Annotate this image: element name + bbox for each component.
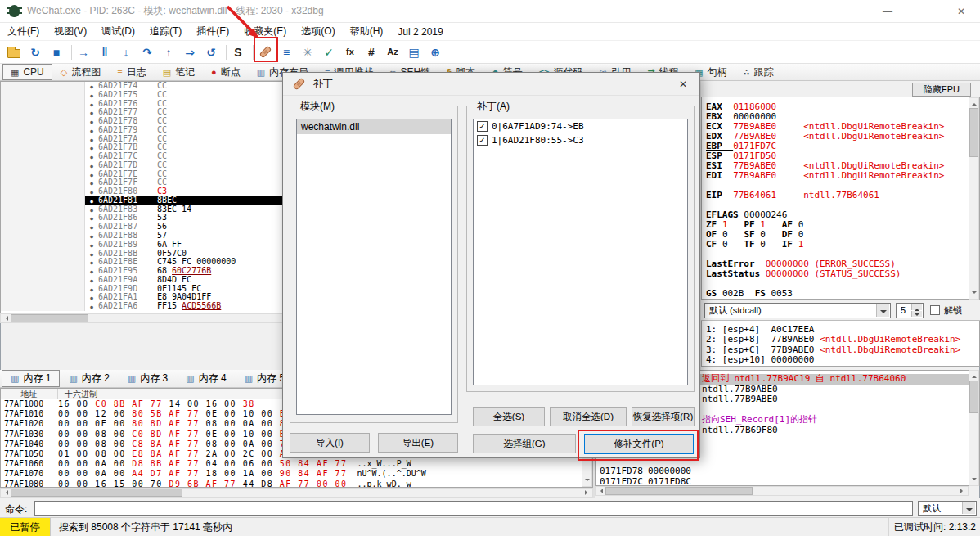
scroll-left-icon[interactable] bbox=[1, 314, 11, 322]
spin-down-icon[interactable] bbox=[911, 311, 922, 317]
scroll-left-icon[interactable] bbox=[1, 489, 11, 497]
pick-groups-button[interactable]: 选择组(G) bbox=[473, 434, 576, 453]
patch-item[interactable]: ✓1|6AD21F80:55->C3 bbox=[474, 133, 687, 147]
scroll-right-icon[interactable] bbox=[958, 487, 968, 495]
unlock-label: 解锁 bbox=[944, 304, 962, 317]
restart-icon[interactable]: ↻ bbox=[26, 43, 44, 61]
menu-item-1[interactable]: 视图(V) bbox=[47, 22, 94, 41]
run-to-user-code-icon[interactable]: ⇒ bbox=[181, 43, 199, 61]
dump-hscrollbar[interactable] bbox=[0, 488, 593, 498]
argument-count-stepper[interactable]: 5 bbox=[896, 303, 924, 318]
globe-icon[interactable]: ⊕ bbox=[426, 43, 444, 61]
menu-item-0[interactable]: 文件(F) bbox=[0, 22, 47, 41]
command-input[interactable] bbox=[34, 501, 913, 516]
pause-icon[interactable]: ‖ bbox=[96, 43, 114, 61]
back-icon[interactable]: ↺ bbox=[202, 43, 220, 61]
scrollbar-thumb[interactable] bbox=[969, 108, 978, 157]
restore-selected-button[interactable]: 恢复选择项(R) bbox=[632, 407, 695, 426]
hash-icon[interactable]: # bbox=[362, 43, 380, 61]
scroll-down-icon[interactable] bbox=[582, 476, 591, 486]
scrollbar-track[interactable] bbox=[969, 381, 978, 475]
fx-icon[interactable]: fx bbox=[341, 43, 359, 61]
step-into-icon[interactable]: ↓ bbox=[117, 43, 135, 61]
scroll-down-icon[interactable] bbox=[969, 289, 978, 299]
gear-icon[interactable]: ✳ bbox=[299, 43, 317, 61]
register-line[interactable]: EDI 77B9ABE0 <ntdll.DbgUiRemoteBreakin> bbox=[706, 171, 979, 181]
scrollbar-track[interactable] bbox=[969, 108, 978, 289]
menu-item-3[interactable]: 追踪(T) bbox=[142, 22, 189, 41]
memtab-3[interactable]: ▥内存 3 bbox=[119, 370, 177, 387]
tab-graph[interactable]: ◇流程图 bbox=[52, 64, 109, 80]
unlock-checkbox[interactable] bbox=[930, 305, 940, 315]
patch-dialog-titlebar[interactable]: 补丁 ✕ bbox=[283, 73, 699, 96]
dump-row[interactable]: 77AF108000 00 16 15 00 70 D9 6B AF 77 44… bbox=[1, 480, 592, 489]
patch-list[interactable]: ✓0|6A7F1AD9:74->EB✓1|6AD21F80:55->C3 bbox=[473, 119, 688, 385]
close-button[interactable]: ✕ bbox=[942, 0, 980, 23]
dialog-close-button[interactable]: ✕ bbox=[667, 73, 699, 96]
tab-breakpoints[interactable]: ●断点 bbox=[203, 64, 249, 80]
stack-row[interactable]: 0171FD7C0171FD8C bbox=[596, 477, 979, 486]
module-list-item[interactable]: wechatwin.dll bbox=[297, 119, 451, 134]
registers-vscrollbar[interactable] bbox=[969, 97, 979, 300]
stack-vscrollbar[interactable] bbox=[969, 370, 979, 486]
strings-icon[interactable]: Az bbox=[384, 43, 402, 61]
dump-row[interactable]: 77AF107000 00 0A 00 A4 D7 AF 77 18 00 1A… bbox=[1, 469, 592, 479]
scrollbar-track[interactable] bbox=[11, 489, 582, 497]
module-list[interactable]: wechatwin.dll bbox=[296, 119, 452, 415]
select-all-button[interactable]: 全选(S) bbox=[473, 407, 545, 426]
disasm-gutter bbox=[1, 302, 85, 311]
patch-file-button[interactable]: 修补文件(P) bbox=[584, 434, 694, 454]
scroll-up-icon[interactable] bbox=[969, 371, 978, 381]
menu-item-2[interactable]: 调试(D) bbox=[94, 22, 142, 41]
graph-icon[interactable]: ▤ bbox=[405, 43, 423, 61]
scroll-right-icon[interactable] bbox=[582, 489, 592, 497]
register-line[interactable]: GS 002B FS 0053 bbox=[706, 289, 979, 299]
patch-checkbox[interactable]: ✓ bbox=[477, 121, 488, 132]
scrollbar-thumb[interactable] bbox=[969, 381, 978, 413]
argument-line[interactable]: 4: [esp+10] 00000000 bbox=[706, 355, 979, 365]
deselect-all-button[interactable]: 取消全选(D) bbox=[550, 407, 627, 426]
scrollbar-thumb[interactable] bbox=[11, 489, 182, 497]
scroll-left-icon[interactable] bbox=[596, 487, 605, 495]
tab-trace[interactable]: ∴跟踪 bbox=[735, 64, 782, 80]
comments-icon[interactable]: ≡ bbox=[277, 43, 295, 61]
run-icon[interactable]: → bbox=[74, 43, 92, 61]
import-button[interactable]: 导入(I) bbox=[290, 433, 370, 453]
register-line[interactable]: EIP 77B64061 ntdll.77B64061 bbox=[706, 191, 979, 200]
patch-icon[interactable] bbox=[256, 43, 274, 61]
patch-item[interactable]: ✓0|6A7F1AD9:74->EB bbox=[474, 119, 687, 133]
scrollbar-thumb[interactable] bbox=[11, 314, 88, 322]
step-over-icon[interactable]: ↷ bbox=[138, 43, 156, 61]
scrollbar-thumb[interactable] bbox=[605, 487, 753, 495]
scrollbar-track[interactable] bbox=[605, 487, 958, 495]
stop-icon[interactable]: ■ bbox=[47, 43, 65, 61]
menu-item-5[interactable]: 收藏夹(E) bbox=[236, 22, 294, 41]
export-button[interactable]: 导出(E) bbox=[378, 433, 458, 453]
menu-item-4[interactable]: 插件(E) bbox=[189, 22, 236, 41]
memtab-1[interactable]: ▥内存 1 bbox=[2, 370, 60, 387]
tab-cpu[interactable]: ▦CPU bbox=[2, 64, 52, 80]
scylla-icon[interactable]: S bbox=[229, 43, 247, 61]
tab-notes[interactable]: ▤笔记 bbox=[155, 64, 203, 80]
memtab-4[interactable]: ▥内存 4 bbox=[177, 370, 235, 387]
patch-checkbox[interactable]: ✓ bbox=[477, 135, 488, 146]
execute-till-return-icon[interactable]: ↑ bbox=[160, 43, 178, 61]
register-line[interactable]: LastStatus 00000000 (STATUS_SUCCESS) bbox=[706, 269, 979, 279]
hide-fpu-button[interactable]: 隐藏FPU bbox=[912, 83, 971, 97]
text-segment: 00 00 08 00 bbox=[58, 439, 132, 448]
minimize-button[interactable]: — bbox=[869, 0, 906, 23]
scroll-up-icon[interactable] bbox=[969, 98, 978, 108]
spin-up-icon[interactable] bbox=[911, 304, 922, 310]
open-file-icon[interactable] bbox=[5, 43, 23, 61]
register-line[interactable]: CF 0 TF 0 IF 1 bbox=[706, 240, 979, 250]
stack-hscrollbar[interactable] bbox=[595, 486, 969, 496]
menu-item-7[interactable]: 帮助(H) bbox=[343, 22, 391, 41]
memtab-2[interactable]: ▥内存 2 bbox=[60, 370, 118, 387]
tab-log[interactable]: ≡日志 bbox=[109, 64, 154, 80]
check-icon[interactable]: ✓ bbox=[320, 43, 338, 61]
command-profile-select[interactable]: 默认 bbox=[918, 501, 977, 516]
dump-row[interactable]: 77AF106000 00 0A 00 D8 8B AF 77 04 00 06… bbox=[1, 459, 592, 469]
calling-convention-select[interactable]: 默认 (stdcall) bbox=[704, 303, 891, 318]
scroll-down-icon[interactable] bbox=[969, 475, 978, 485]
menu-item-6[interactable]: 选项(O) bbox=[294, 22, 342, 41]
